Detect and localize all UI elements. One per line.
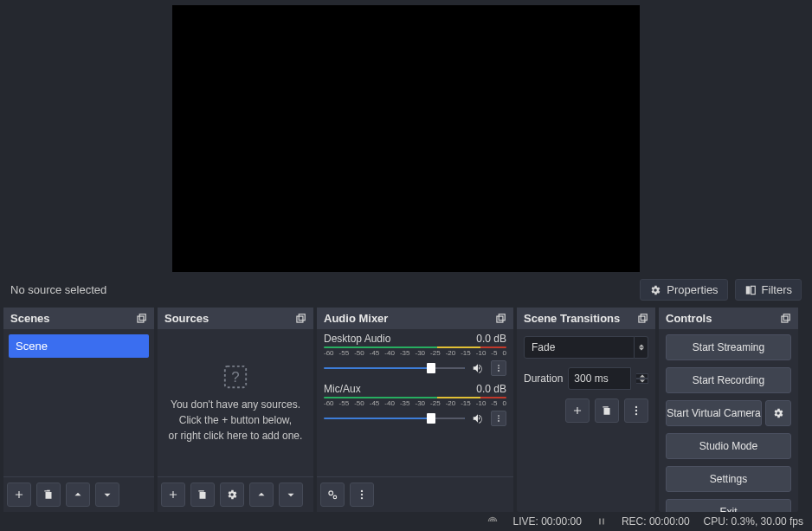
remove-scene-button[interactable] (36, 482, 61, 507)
trash-icon (601, 405, 613, 417)
controls-header[interactable]: Controls (659, 308, 798, 329)
empty-line-3: or right click here to add one. (169, 430, 303, 442)
add-source-button[interactable] (161, 482, 185, 507)
audio-mixer-panel: Audio Mixer Desktop Audio 0.0 dB -60-55-… (317, 308, 513, 512)
mixer-menu-button[interactable] (350, 482, 374, 507)
plus-icon (571, 405, 583, 417)
svg-rect-1 (751, 286, 755, 294)
sources-panel: Sources ? You don't have any sources. Cl… (158, 308, 313, 512)
audio-meter: -60-55-50-45-40-35-30-25-20-15-10-50 (324, 397, 506, 407)
scene-up-button[interactable] (66, 482, 90, 507)
transitions-title: Scene Transitions (524, 312, 636, 325)
kebab-icon (494, 412, 503, 424)
remove-transition-button[interactable] (595, 398, 619, 423)
mixer-channel-desktop-audio: Desktop Audio 0.0 dB -60-55-50-45-40-35-… (320, 331, 510, 381)
svg-point-24 (635, 410, 637, 411)
remove-source-button[interactable] (190, 482, 215, 507)
controls-title: Controls (666, 312, 779, 325)
transitions-header[interactable]: Scene Transitions (517, 308, 655, 329)
transitions-body: Fade Duration 300 ms (517, 329, 655, 512)
filters-label: Filters (762, 283, 792, 296)
chevron-down-icon (640, 379, 645, 383)
gear-icon (226, 489, 238, 501)
mixer-toolbar (317, 476, 513, 512)
sources-header[interactable]: Sources (158, 308, 313, 329)
scenes-header[interactable]: Scenes (3, 308, 154, 329)
svg-rect-29 (603, 519, 604, 525)
mixer-body: Desktop Audio 0.0 dB -60-55-50-45-40-35-… (317, 329, 513, 476)
duration-label: Duration (524, 372, 563, 385)
mixer-header[interactable]: Audio Mixer (317, 308, 513, 329)
status-rec: REC: 00:00:00 (622, 515, 690, 528)
speaker-icon[interactable] (470, 362, 486, 374)
scenes-title: Scenes (10, 312, 135, 325)
status-cpu: CPU: 0.3%, 30.00 fps (704, 515, 803, 528)
add-scene-button[interactable] (7, 482, 31, 507)
empty-placeholder-icon: ? (222, 364, 248, 390)
docks-container: Scenes Scene Sources ? You don't have an… (0, 308, 812, 512)
studio-mode-button[interactable]: Studio Mode (666, 433, 791, 459)
gears-icon (326, 489, 338, 501)
kebab-icon (494, 362, 503, 374)
chevron-down-icon (101, 489, 113, 501)
scenes-list[interactable]: Scene (3, 329, 154, 476)
chevron-up-icon (72, 489, 84, 501)
scene-item[interactable]: Scene (9, 334, 149, 358)
source-up-button[interactable] (249, 482, 274, 507)
virtual-camera-settings-button[interactable] (765, 400, 791, 426)
chevron-down-icon (639, 347, 644, 351)
kebab-icon (630, 405, 642, 417)
add-transition-button[interactable] (565, 398, 590, 423)
speaker-icon[interactable] (470, 412, 486, 424)
start-virtual-camera-button[interactable]: Start Virtual Camera (666, 400, 762, 426)
controls-body: Start Streaming Start Recording Start Vi… (659, 329, 798, 512)
properties-label: Properties (667, 283, 718, 296)
audio-meter: -60-55-50-45-40-35-30-25-20-15-10-50 (324, 346, 506, 357)
svg-point-23 (635, 406, 637, 408)
scenes-toolbar (3, 476, 154, 512)
exit-button[interactable]: Exit (666, 499, 791, 512)
transition-select[interactable]: Fade (524, 336, 635, 359)
transition-properties-button[interactable] (624, 398, 648, 423)
plus-icon (13, 489, 25, 501)
channel-options-button[interactable] (491, 360, 506, 376)
volume-slider[interactable] (324, 366, 465, 371)
gear-icon (772, 407, 784, 419)
start-recording-button[interactable]: Start Recording (666, 367, 791, 393)
properties-button[interactable]: Properties (640, 279, 727, 301)
scene-down-button[interactable] (95, 482, 119, 507)
popout-icon[interactable] (135, 313, 147, 325)
plus-icon (167, 489, 179, 501)
scenes-panel: Scenes Scene (3, 308, 154, 512)
svg-point-14 (498, 418, 499, 419)
popout-icon[interactable] (494, 313, 506, 325)
duration-down[interactable] (636, 379, 648, 384)
controls-panel: Controls Start Streaming Start Recording… (659, 308, 798, 512)
svg-rect-21 (639, 316, 645, 322)
popout-icon[interactable] (636, 313, 648, 325)
source-properties-button[interactable] (220, 482, 244, 507)
channel-db: 0.0 dB (476, 383, 506, 395)
source-down-button[interactable] (279, 482, 303, 507)
popout-icon[interactable] (779, 313, 791, 325)
mixer-advanced-button[interactable] (320, 482, 345, 507)
channel-name: Mic/Aux (324, 383, 361, 395)
empty-line-2: Click the + button below, (179, 414, 292, 426)
signal-icon (487, 515, 499, 528)
transition-select-arrows[interactable] (635, 336, 648, 359)
settings-button[interactable]: Settings (666, 466, 791, 492)
preview-canvas[interactable] (172, 5, 640, 272)
filters-button[interactable]: Filters (735, 279, 802, 301)
no-source-label: No source selected (10, 283, 633, 296)
duration-input[interactable]: 300 ms (568, 367, 631, 390)
start-streaming-button[interactable]: Start Streaming (666, 334, 791, 360)
popout-icon[interactable] (294, 313, 306, 325)
svg-point-12 (498, 370, 499, 372)
volume-slider[interactable] (324, 416, 465, 421)
svg-point-16 (329, 491, 333, 495)
sources-list[interactable]: ? You don't have any sources. Click the … (158, 329, 313, 476)
svg-rect-5 (299, 314, 305, 320)
transitions-panel: Scene Transitions Fade Duration 300 ms (517, 308, 655, 512)
channel-options-button[interactable] (491, 411, 506, 426)
sources-toolbar (158, 476, 313, 512)
